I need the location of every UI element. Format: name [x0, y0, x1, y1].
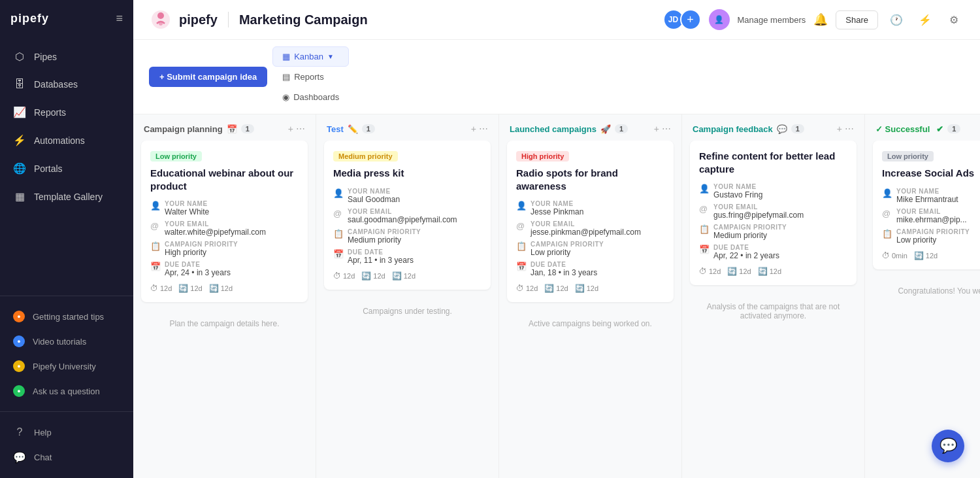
- sidebar-item-ask-question[interactable]: ● Ask us a question: [0, 379, 133, 403]
- kanban-card[interactable]: Low priority Educational webinar about o…: [141, 141, 308, 302]
- field-icon: 📋: [699, 224, 708, 234]
- sidebar-item-label: Help: [34, 428, 52, 437]
- column-actions-campaign-feedback[interactable]: + ⋯: [837, 124, 854, 134]
- field-icon: @: [882, 209, 891, 218]
- svg-point-1: [157, 12, 164, 19]
- toolbar: + Submit campaign idea ▦ Kanban ▼▤ Repor…: [133, 40, 980, 114]
- sidebar-item-getting-started[interactable]: ● Getting started tips: [0, 304, 133, 329]
- sidebar-item-label: Video tutorials: [33, 337, 86, 347]
- sidebar-item-template-gallery[interactable]: ▦ Template Gallery: [0, 182, 133, 211]
- field-label: DUE DATE: [165, 261, 299, 268]
- field-value: walter.white@pipefymail.com: [165, 228, 299, 237]
- dashboards-tab-icon: ◉: [282, 92, 289, 102]
- column-hint-successful: Congratulations! You were succ...: [873, 276, 980, 306]
- field-icon: 👤: [333, 188, 342, 198]
- sidebar: pipefy ≡ ⬡ Pipes🗄 Databases📈 Reports⚡ Au…: [0, 0, 133, 478]
- column-campaign-feedback: Campaign feedback💬 1 + ⋯ Refine content …: [682, 114, 865, 478]
- sidebar-item-label: Template Gallery: [34, 192, 103, 202]
- manage-members-button[interactable]: Manage members: [738, 15, 806, 25]
- tab-dashboards[interactable]: ◉ Dashboards: [272, 87, 349, 107]
- timer-value: 12d: [404, 272, 416, 280]
- more-options-icon-campaign-feedback[interactable]: ⋯: [845, 124, 854, 134]
- kanban-dropdown-arrow[interactable]: ▼: [327, 53, 334, 60]
- timer-value: 12d: [221, 284, 233, 292]
- more-options-icon-test[interactable]: ⋯: [479, 124, 488, 134]
- sidebar-item-chat[interactable]: 💬 Chat: [0, 445, 133, 470]
- column-actions-launched-campaigns[interactable]: + ⋯: [654, 124, 671, 134]
- timer-icon: 🔄: [914, 251, 924, 260]
- header-right: JD + 👤 Manage members 🔔 Share 🕐 ⚡ ⚙: [663, 9, 964, 30]
- sidebar-item-pipefy-university[interactable]: ● Pipefy University: [0, 354, 133, 379]
- timer-value: 12d: [926, 252, 938, 260]
- chat-fab[interactable]: 💬: [932, 430, 964, 462]
- column-actions-campaign-planning[interactable]: + ⋯: [288, 124, 305, 134]
- card-title: Media press kit: [333, 167, 482, 180]
- campaign-feedback-col-icon: 💬: [777, 124, 787, 134]
- share-button[interactable]: Share: [836, 10, 878, 29]
- sidebar-item-label: Pipefy University: [33, 362, 96, 371]
- field-icon: 📅: [516, 262, 525, 271]
- card-timer: 🔄 12d: [178, 284, 202, 293]
- timer-icon: 🔄: [727, 267, 737, 276]
- field-label: CAMPAIGN PRIORITY: [348, 228, 482, 235]
- add-card-icon-launched-campaigns[interactable]: +: [654, 124, 659, 134]
- sidebar-item-video-tutorials[interactable]: ● Video tutorials: [0, 329, 133, 354]
- add-card-icon-test[interactable]: +: [471, 124, 476, 134]
- field-icon: 📅: [150, 262, 159, 271]
- dashboards-tab-label: Dashboards: [293, 92, 339, 102]
- field-label: YOUR EMAIL: [348, 208, 482, 215]
- kanban-card[interactable]: Low priority Increase Social Ads 👤 YOUR …: [873, 141, 980, 269]
- card-timer: 🔄 12d: [575, 284, 598, 293]
- card-field: 📅 DUE DATE Jan, 18 • in 3 years: [516, 261, 664, 277]
- more-options-icon-launched-campaigns[interactable]: ⋯: [662, 124, 671, 134]
- column-campaign-planning: Campaign planning📅 1 + ⋯ Low priority Ed…: [133, 114, 316, 478]
- column-title-test: Test✏️ 1: [327, 124, 466, 134]
- filter-icon[interactable]: ⚡: [915, 9, 936, 30]
- column-count-campaign-feedback: 1: [791, 124, 804, 133]
- submit-campaign-button[interactable]: + Submit campaign idea: [149, 67, 267, 87]
- sidebar-item-reports[interactable]: 📈 Reports: [0, 98, 133, 126]
- card-timer: 🔄 12d: [758, 267, 781, 276]
- field-label: CAMPAIGN PRIORITY: [896, 228, 980, 235]
- sidebar-item-databases[interactable]: 🗄 Databases: [0, 71, 133, 98]
- sidebar-logo: pipefy ≡: [0, 0, 133, 37]
- main-content: pipefy Marketing Campaign JD + 👤 Manage …: [133, 0, 980, 478]
- add-card-icon-campaign-feedback[interactable]: +: [837, 124, 842, 134]
- notifications-icon[interactable]: 🔔: [813, 12, 828, 27]
- history-icon[interactable]: 🕐: [886, 9, 907, 30]
- kanban-card[interactable]: High priority Radio spots for brand awar…: [507, 141, 674, 302]
- card-title: Educational webinar about our product: [150, 167, 299, 192]
- tab-reports[interactable]: ▤ Reports: [272, 67, 349, 87]
- card-footer: ⏱ 12d 🔄 12d 🔄 12d: [150, 284, 299, 293]
- sidebar-bottom-section: ● Getting started tips● Video tutorials●…: [0, 296, 133, 411]
- sidebar-item-pipes[interactable]: ⬡ Pipes: [0, 43, 133, 71]
- field-value: Apr, 22 • in 2 years: [713, 251, 847, 260]
- card-footer: ⏱ 0min 🔄 12d: [882, 251, 980, 260]
- field-label: YOUR NAME: [531, 200, 664, 207]
- tab-kanban[interactable]: ▦ Kanban ▼: [272, 46, 349, 67]
- timer-value: 12d: [587, 284, 598, 292]
- more-options-icon-campaign-planning[interactable]: ⋯: [296, 124, 305, 134]
- column-count-successful: 1: [947, 124, 960, 133]
- column-actions-test[interactable]: + ⋯: [471, 124, 488, 134]
- settings-icon[interactable]: ⚙: [943, 9, 964, 30]
- sidebar-item-automations[interactable]: ⚡ Automations: [0, 126, 133, 154]
- reports-tab-label: Reports: [294, 72, 324, 82]
- template-gallery-icon: ▦: [13, 190, 26, 203]
- column-header-campaign-planning: Campaign planning📅 1 + ⋯: [133, 114, 316, 141]
- card-field: 👤 YOUR NAME Walter White: [150, 200, 299, 216]
- field-label: YOUR EMAIL: [896, 208, 980, 215]
- column-header-test: Test✏️ 1 + ⋯: [316, 114, 498, 141]
- column-header-launched-campaigns: Launched campaigns🚀 1 + ⋯: [499, 114, 681, 141]
- card-timer: 🔄 12d: [727, 267, 751, 276]
- page-title: Marketing Campaign: [239, 12, 368, 27]
- add-card-icon-campaign-planning[interactable]: +: [288, 124, 293, 134]
- field-icon: 👤: [882, 188, 891, 198]
- kanban-card[interactable]: Refine content for better lead capture 👤…: [690, 141, 857, 285]
- sidebar-menu-icon[interactable]: ≡: [116, 12, 123, 26]
- add-member-button[interactable]: +: [680, 9, 701, 30]
- sidebar-item-help[interactable]: ? Help: [0, 420, 133, 445]
- sidebar-item-portals[interactable]: 🌐 Portals: [0, 154, 133, 182]
- kanban-card[interactable]: Medium priority Media press kit 👤 YOUR N…: [324, 141, 491, 290]
- kanban-tab-icon: ▦: [282, 52, 290, 61]
